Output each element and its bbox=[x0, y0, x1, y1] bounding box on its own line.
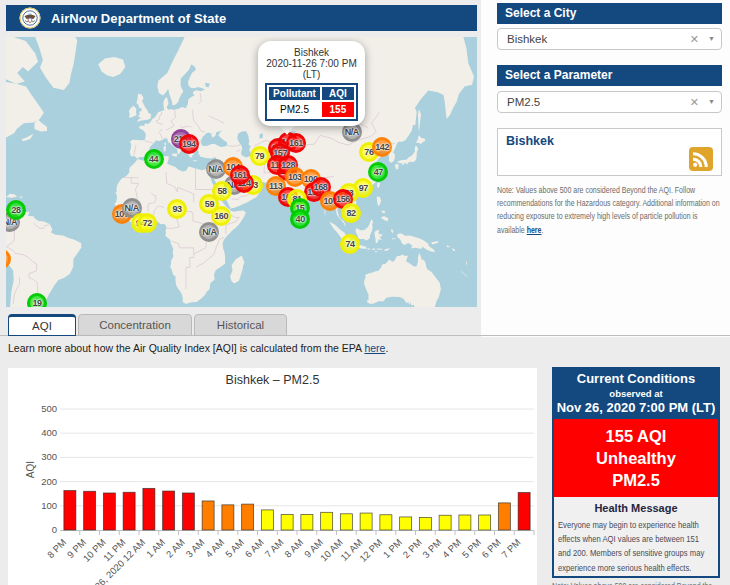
svg-text:0: 0 bbox=[52, 524, 57, 535]
select-parameter-header: Select a Parameter bbox=[497, 65, 722, 86]
popup-timezone: (LT) bbox=[262, 69, 361, 80]
aqi-marker[interactable]: 19 bbox=[27, 293, 47, 307]
chart-plot: 0100200300400500AQI8 PM9 PM10 PM11 PMNov… bbox=[8, 368, 537, 585]
current-conditions-panel: Current Conditions observed at Nov 26, 2… bbox=[552, 367, 720, 578]
select-city-header: Select a City bbox=[497, 3, 722, 24]
health-message: Health Message Everyone may begin to exp… bbox=[554, 497, 718, 575]
popup-city: Bishkek bbox=[262, 47, 361, 58]
aqi-marker[interactable]: 40 bbox=[290, 209, 310, 229]
city-select[interactable]: Bishkek ✕▼ bbox=[497, 28, 722, 50]
aqi-marker[interactable]: 161 bbox=[230, 165, 250, 185]
conditions-aqi-value: 155 AQI bbox=[554, 425, 718, 447]
conditions-category: Unhealthy bbox=[554, 447, 718, 469]
svg-text:5 PM: 5 PM bbox=[460, 537, 484, 561]
city-clear-icon[interactable]: ✕ bbox=[690, 29, 708, 49]
svg-text:8 AM: 8 AM bbox=[282, 537, 305, 560]
tab-aqi[interactable]: AQI bbox=[8, 314, 76, 336]
city-dropdown-icon[interactable]: ▼ bbox=[708, 29, 715, 49]
aqi-chart: Bishkek – PM2.5 0100200300400500AQI8 PM9… bbox=[8, 368, 537, 585]
aqi-marker[interactable]: 82 bbox=[341, 203, 361, 223]
aqi-marker[interactable]: N/A bbox=[199, 222, 219, 242]
svg-text:1 AM: 1 AM bbox=[144, 537, 167, 560]
parameter-select[interactable]: PM2.5 ✕▼ bbox=[497, 91, 722, 113]
svg-text:AQI: AQI bbox=[25, 461, 36, 478]
svg-text:300: 300 bbox=[41, 451, 57, 462]
svg-text:5 AM: 5 AM bbox=[223, 537, 246, 560]
aqi-marker[interactable]: 47 bbox=[368, 162, 388, 182]
sidebar-note-link[interactable]: here bbox=[527, 225, 542, 235]
svg-text:100: 100 bbox=[41, 500, 57, 511]
svg-text:12 PM: 12 PM bbox=[357, 537, 384, 564]
conditions-datetime: Nov 26, 2020 7:00 PM (LT) bbox=[556, 400, 716, 416]
svg-text:1 PM: 1 PM bbox=[381, 537, 405, 561]
parameter-dropdown-icon[interactable]: ▼ bbox=[708, 92, 715, 112]
popup-aqi-value: 155 bbox=[322, 102, 354, 117]
learn-more-text: Learn more about how the Air Quality Ind… bbox=[8, 342, 388, 354]
health-message-text: Everyone may begin to experience health … bbox=[558, 518, 708, 575]
dos-seal-icon bbox=[19, 7, 41, 29]
aqi-marker[interactable]: 44 bbox=[144, 149, 164, 169]
world-map[interactable]: 87N/A281921819444N/A10463N/A114161585993… bbox=[6, 37, 477, 307]
city-select-value: Bishkek bbox=[507, 33, 547, 45]
rss-city-link[interactable]: Bishkek bbox=[506, 134, 554, 148]
parameter-select-value: PM2.5 bbox=[507, 96, 540, 108]
conditions-header: Current Conditions observed at Nov 26, 2… bbox=[554, 369, 718, 419]
health-message-title: Health Message bbox=[558, 502, 714, 514]
svg-text:500: 500 bbox=[41, 403, 57, 414]
conditions-subtitle: observed at bbox=[556, 387, 716, 400]
map-popup: Bishkek 2020-11-26 7:00 PM (LT) Pollutan… bbox=[258, 41, 365, 126]
svg-text:3 PM: 3 PM bbox=[420, 537, 444, 561]
learn-more-link[interactable]: here bbox=[364, 342, 385, 354]
popup-datetime: 2020-11-26 7:00 PM bbox=[262, 58, 361, 69]
popup-table: Pollutant AQI PM2.5 155 bbox=[265, 83, 358, 121]
svg-text:7 AM: 7 AM bbox=[262, 537, 285, 560]
conditions-aqi-box: 155 AQI Unhealthy PM2.5 bbox=[554, 419, 718, 497]
aqi-marker[interactable]: 28 bbox=[6, 200, 26, 220]
popup-col-aqi: AQI bbox=[322, 87, 354, 100]
tab-bar: AQI Concentration Historical bbox=[8, 314, 289, 336]
svg-text:10 AM: 10 AM bbox=[318, 537, 345, 564]
svg-text:4 AM: 4 AM bbox=[203, 537, 226, 560]
app-header: AirNow Department of State bbox=[6, 5, 477, 31]
svg-text:200: 200 bbox=[41, 476, 57, 487]
rss-icon[interactable] bbox=[689, 147, 713, 171]
tab-concentration[interactable]: Concentration bbox=[78, 314, 192, 336]
svg-text:7 PM: 7 PM bbox=[499, 537, 523, 561]
tab-historical[interactable]: Historical bbox=[194, 314, 287, 336]
popup-pollutant-value: PM2.5 bbox=[269, 102, 320, 117]
svg-text:8 PM: 8 PM bbox=[45, 537, 69, 561]
svg-text:2 AM: 2 AM bbox=[164, 537, 187, 560]
svg-text:400: 400 bbox=[41, 427, 57, 438]
bottom-note: Note: Values above 500 are considered Be… bbox=[552, 580, 724, 585]
conditions-pollutant: PM2.5 bbox=[554, 469, 718, 491]
svg-text:6 PM: 6 PM bbox=[479, 537, 503, 561]
rss-box: Bishkek bbox=[497, 128, 722, 176]
popup-col-pollutant: Pollutant bbox=[269, 87, 320, 100]
svg-text:2 PM: 2 PM bbox=[400, 537, 424, 561]
page-title: AirNow Department of State bbox=[51, 11, 226, 26]
svg-text:3 AM: 3 AM bbox=[183, 537, 206, 560]
conditions-title: Current Conditions bbox=[556, 371, 716, 387]
parameter-clear-icon[interactable]: ✕ bbox=[690, 92, 708, 112]
svg-text:6 AM: 6 AM bbox=[243, 537, 266, 560]
sidebar-note: Note: Values above 500 are considered Be… bbox=[497, 184, 725, 237]
svg-text:4 PM: 4 PM bbox=[440, 537, 464, 561]
